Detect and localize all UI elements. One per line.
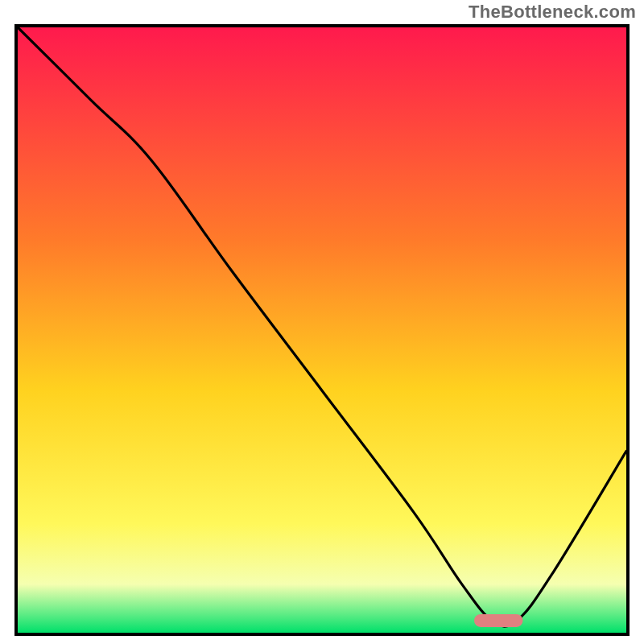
watermark-text: TheBottleneck.com [469,2,636,23]
chart-plot [18,27,626,633]
chart-frame [14,24,630,636]
chart-container: TheBottleneck.com [0,0,644,644]
optimal-marker [474,614,522,627]
